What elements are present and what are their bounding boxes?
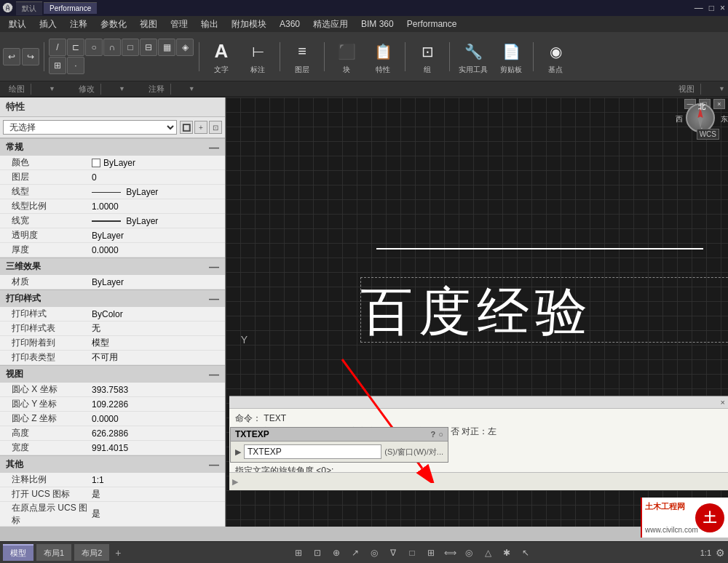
tab-performance[interactable]: Performance: [44, 2, 97, 14]
modify-arrow[interactable]: ▼: [119, 85, 125, 92]
prop-width[interactable]: 宽度 991.4015: [0, 441, 225, 455]
line-btn[interactable]: /: [49, 39, 66, 56]
section-general[interactable]: 常规 —: [0, 138, 225, 156]
tab-default[interactable]: 默认: [16, 1, 42, 15]
arc-btn[interactable]: ∩: [103, 39, 121, 56]
prop-layer[interactable]: 图层 0: [0, 170, 225, 185]
menu-manage[interactable]: 管理: [165, 17, 194, 32]
region-btn[interactable]: ◈: [176, 39, 194, 56]
section-other[interactable]: 其他 —: [0, 455, 225, 473]
undo-btn[interactable]: ↩: [3, 48, 20, 65]
prop-plotstyle-type[interactable]: 打印表类型 不可用: [0, 351, 225, 365]
section-print-toggle[interactable]: —: [209, 293, 219, 305]
settings-gear-icon[interactable]: ⚙: [716, 547, 725, 559]
no-select-dropdown[interactable]: 无选择: [3, 120, 177, 135]
prop-transparency[interactable]: 透明度 ByLayer: [0, 228, 225, 243]
menu-parametric[interactable]: 参数化: [95, 17, 132, 32]
menu-annotate[interactable]: 注释: [64, 17, 93, 32]
txtexp-close-icon[interactable]: ○: [438, 430, 443, 439]
section-view-toggle[interactable]: —: [209, 369, 219, 380]
prop-thickness[interactable]: 厚度 0.0000: [0, 243, 225, 257]
circle-btn[interactable]: ○: [85, 39, 103, 56]
tab-model[interactable]: 模型: [3, 544, 33, 561]
maximize-btn[interactable]: □: [709, 3, 714, 13]
polyline-btn[interactable]: ⊏: [67, 39, 84, 56]
point-btn[interactable]: ·: [67, 57, 84, 74]
close-btn[interactable]: ×: [720, 3, 725, 13]
layout-add-btn[interactable]: +: [112, 547, 124, 559]
txtexp-input[interactable]: [244, 444, 381, 459]
prop-icon-3[interactable]: ⊡: [209, 121, 222, 134]
menu-featured[interactable]: 精选应用: [307, 17, 354, 32]
section-general-toggle[interactable]: —: [209, 142, 219, 153]
status-snap-btn[interactable]: ⊞: [291, 546, 306, 560]
status-trans-btn[interactable]: ◎: [462, 546, 476, 560]
status-ucs-btn[interactable]: □: [405, 546, 419, 560]
section-print[interactable]: 打印样式 —: [0, 290, 225, 307]
prop-ucs[interactable]: 打开 UCS 图标 是: [0, 487, 225, 502]
txtexp-help-icon[interactable]: ?: [431, 430, 436, 439]
status-ortho-btn[interactable]: ⊕: [329, 546, 344, 560]
group-group[interactable]: ⊡ 组: [410, 37, 445, 76]
menu-bim360[interactable]: BIM 360: [355, 17, 400, 31]
text-group[interactable]: A 文字: [204, 37, 239, 76]
utils-group[interactable]: 🔧 实用工具: [454, 37, 492, 76]
prop-linetype[interactable]: 线型 ByLayer: [0, 185, 225, 199]
hatch-btn[interactable]: ⊟: [140, 39, 157, 56]
section-view[interactable]: 视图 —: [0, 365, 225, 383]
menu-default[interactable]: 默认: [3, 17, 32, 32]
status-dyn-btn[interactable]: ⊞: [424, 546, 438, 560]
clipboard-group[interactable]: 📄 剪贴板: [494, 37, 529, 76]
status-lw-btn[interactable]: ⟺: [443, 546, 457, 560]
menu-a360[interactable]: A360: [274, 17, 306, 31]
prop-cy[interactable]: 圆心 Y 坐标 109.2286: [0, 397, 225, 412]
status-sel-btn[interactable]: △: [480, 546, 495, 560]
view-arrow[interactable]: ▼: [719, 85, 725, 92]
prop-ucs-origin[interactable]: 在原点显示 UCS 图标 是: [0, 502, 225, 527]
prop-linescale[interactable]: 线型比例 1.0000: [0, 199, 225, 214]
block-group[interactable]: ⬛ 块: [329, 37, 364, 76]
cmd-line-1: 命令： TEXT: [235, 412, 722, 425]
properties-group[interactable]: 📋 特性: [365, 37, 400, 76]
section-other-toggle[interactable]: —: [209, 459, 219, 471]
gradient-btn[interactable]: ▦: [158, 39, 175, 56]
menu-insert[interactable]: 插入: [33, 17, 63, 32]
dimension-group[interactable]: ⊢ 标注: [240, 37, 275, 76]
prop-plotstyle-attach[interactable]: 打印附着到 模型: [0, 336, 225, 351]
cursor-btn[interactable]: ↖: [518, 546, 533, 560]
prop-icon-1[interactable]: 🔲: [180, 121, 193, 134]
tab-layout2[interactable]: 布局2: [74, 544, 109, 561]
tab-layout1[interactable]: 布局1: [36, 544, 71, 561]
rect-btn[interactable]: □: [122, 39, 139, 56]
menu-addons[interactable]: 附加模块: [226, 17, 272, 32]
prop-icon-2[interactable]: +: [194, 121, 207, 134]
menu-output[interactable]: 输出: [195, 17, 224, 32]
prop-annoscale[interactable]: 注释比例 1:1: [0, 473, 225, 487]
section-3d[interactable]: 三维效果 —: [0, 257, 225, 275]
status-polar-btn[interactable]: ↗: [348, 546, 363, 560]
menu-performance[interactable]: Performance: [401, 17, 463, 31]
cad-text[interactable]: 百度经验: [360, 277, 593, 347]
prop-material[interactable]: 材质 ByLayer: [0, 275, 225, 290]
redo-btn[interactable]: ↪: [22, 48, 39, 65]
prop-plotstyle[interactable]: 打印样式 ByColor: [0, 307, 225, 322]
prop-plotstyle-table[interactable]: 打印样式表 无: [0, 322, 225, 336]
section-3d-toggle[interactable]: —: [209, 261, 219, 273]
menu-view[interactable]: 视图: [134, 17, 163, 32]
layer-group[interactable]: ≡ 图层: [285, 37, 320, 76]
table-btn[interactable]: ⊞: [49, 57, 66, 74]
status-osnap-btn[interactable]: ◎: [367, 546, 381, 560]
status-grid-btn[interactable]: ⊡: [310, 546, 325, 560]
minimize-btn[interactable]: —: [695, 3, 703, 13]
draw-arrow[interactable]: ▼: [49, 85, 55, 92]
prop-color[interactable]: 颜色 ByLayer: [0, 156, 225, 170]
prop-cz[interactable]: 圆心 Z 坐标 0.0000: [0, 412, 225, 426]
command-input[interactable]: [241, 474, 725, 489]
basepoint-group[interactable]: ◉ 基点: [538, 37, 573, 76]
prop-height[interactable]: 高度 626.2886: [0, 426, 225, 441]
status-otrack-btn[interactable]: ∇: [386, 546, 400, 560]
annotate-arrow[interactable]: ▼: [189, 85, 195, 92]
status-anno-btn[interactable]: ✱: [499, 546, 514, 560]
prop-cx[interactable]: 圆心 X 坐标 393.7583: [0, 383, 225, 397]
prop-lineweight[interactable]: 线宽 ByLayer: [0, 214, 225, 228]
